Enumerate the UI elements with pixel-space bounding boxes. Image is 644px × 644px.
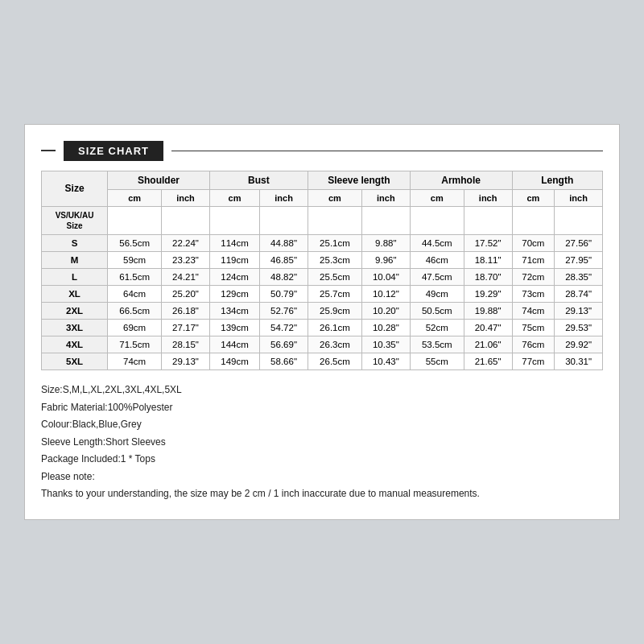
table-cell: 25.3cm (308, 251, 361, 268)
usukau-armhole-cm (410, 206, 464, 234)
col-sleeve: Sleeve length (308, 171, 410, 189)
table-header-main: Size Shoulder Bust Sleeve length Armhole… (42, 171, 603, 189)
table-cell: 5XL (42, 353, 108, 369)
table-cell: 17.52" (464, 234, 512, 251)
note-line: Fabric Material:100%Polyester (41, 399, 603, 417)
table-cell: 26.5cm (308, 353, 361, 369)
table-cell: 124cm (209, 268, 259, 285)
table-cell: 29.13" (555, 302, 603, 319)
table-row: 3XL69cm27.17"139cm54.72"26.1cm10.28"52cm… (42, 319, 603, 336)
col-usukau: VS/UK/AUSize (42, 206, 108, 234)
table-cell: 26.1cm (308, 319, 361, 336)
table-cell: 44.5cm (410, 234, 464, 251)
table-cell: 66.5cm (108, 302, 162, 319)
table-cell: 75cm (512, 319, 555, 336)
table-cell: 4XL (42, 336, 108, 353)
table-cell: 26.3cm (308, 336, 361, 353)
sub-armhole-cm: cm (410, 189, 464, 206)
table-cell: 76cm (512, 336, 555, 353)
table-cell: 71cm (512, 251, 555, 268)
table-cell: 21.06" (464, 336, 512, 353)
table-row: S56.5cm22.24"114cm44.88"25.1cm9.88"44.5c… (42, 234, 603, 251)
table-cell: 74cm (108, 353, 162, 369)
table-cell: 28.35" (555, 268, 603, 285)
table-cell: 46cm (410, 251, 464, 268)
table-cell: 10.28" (361, 319, 410, 336)
note-line: Colour:Black,Blue,Grey (41, 416, 603, 434)
table-cell: 71.5cm (108, 336, 162, 353)
table-header-sub: cm inch cm inch cm inch cm inch cm inch (42, 189, 603, 206)
col-size: Size (42, 171, 108, 206)
sub-length-inch: inch (555, 189, 603, 206)
table-cell: 28.74" (555, 285, 603, 302)
table-cell: 21.65" (464, 353, 512, 369)
table-cell: 20.47" (464, 319, 512, 336)
usukau-sleeve-inch (361, 206, 410, 234)
table-cell: 29.13" (162, 353, 210, 369)
table-cell: 25.1cm (308, 234, 361, 251)
usukau-sleeve-cm (308, 206, 361, 234)
sub-bust-inch: inch (260, 189, 308, 206)
table-cell: 56.69" (260, 336, 308, 353)
table-cell: 19.29" (464, 285, 512, 302)
table-cell: S (42, 234, 108, 251)
table-cell: 48.82" (260, 268, 308, 285)
usukau-bust-inch (260, 206, 308, 234)
table-cell: 27.95" (555, 251, 603, 268)
table-cell: L (42, 268, 108, 285)
table-cell: 55cm (410, 353, 464, 369)
table-cell: 24.21" (162, 268, 210, 285)
table-cell: 44.88" (260, 234, 308, 251)
table-row: 5XL74cm29.13"149cm58.66"26.5cm10.43"55cm… (42, 353, 603, 369)
note-line: Please note: (41, 469, 603, 486)
col-armhole: Armhole (410, 171, 512, 189)
table-cell: 139cm (209, 319, 259, 336)
table-cell: 3XL (42, 319, 108, 336)
table-cell: 26.18" (162, 302, 210, 319)
table-cell: 22.24" (162, 234, 210, 251)
table-cell: 52.76" (260, 302, 308, 319)
size-chart-card: SIZE CHART Size Shoulder Bust Sleeve len… (24, 124, 620, 520)
table-cell: 9.88" (361, 234, 410, 251)
sub-armhole-inch: inch (464, 189, 512, 206)
table-row: L61.5cm24.21"124cm48.82"25.5cm10.04"47.5… (42, 268, 603, 285)
table-cell: 27.56" (555, 234, 603, 251)
table-cell: 10.20" (361, 302, 410, 319)
table-cell: 114cm (209, 234, 259, 251)
table-cell: 50.79" (260, 285, 308, 302)
notes-section: Size:S,M,L,XL,2XL,3XL,4XL,5XLFabric Mate… (41, 382, 603, 503)
table-cell: 47.5cm (410, 268, 464, 285)
table-cell: 25.20" (162, 285, 210, 302)
table-cell: 149cm (209, 353, 259, 369)
sub-length-cm: cm (512, 189, 555, 206)
table-cell: 69cm (108, 319, 162, 336)
table-row: XL64cm25.20"129cm50.79"25.7cm10.12"49cm1… (42, 285, 603, 302)
table-cell: 77cm (512, 353, 555, 369)
table-cell: 144cm (209, 336, 259, 353)
table-cell: 54.72" (260, 319, 308, 336)
sub-sleeve-cm: cm (308, 189, 361, 206)
table-cell: 50.5cm (410, 302, 464, 319)
col-shoulder: Shoulder (108, 171, 210, 189)
note-line: Package Included:1 * Tops (41, 451, 603, 469)
table-cell: 29.92" (555, 336, 603, 353)
table-cell: 61.5cm (108, 268, 162, 285)
table-row: 2XL66.5cm26.18"134cm52.76"25.9cm10.20"50… (42, 302, 603, 319)
usukau-shoulder-cm (108, 206, 162, 234)
table-cell: 59cm (108, 251, 162, 268)
table-body: S56.5cm22.24"114cm44.88"25.1cm9.88"44.5c… (42, 234, 603, 369)
col-length: Length (512, 171, 602, 189)
table-cell: 49cm (410, 285, 464, 302)
usukau-bust-cm (209, 206, 259, 234)
table-cell: 58.66" (260, 353, 308, 369)
table-header-usukau: VS/UK/AUSize (42, 206, 603, 234)
table-cell: 46.85" (260, 251, 308, 268)
table-cell: XL (42, 285, 108, 302)
table-cell: 29.53" (555, 319, 603, 336)
title-dash-left (41, 150, 56, 151)
sub-sleeve-inch: inch (361, 189, 410, 206)
table-cell: 119cm (209, 251, 259, 268)
table-cell: 25.9cm (308, 302, 361, 319)
table-cell: 74cm (512, 302, 555, 319)
table-cell: 23.23" (162, 251, 210, 268)
